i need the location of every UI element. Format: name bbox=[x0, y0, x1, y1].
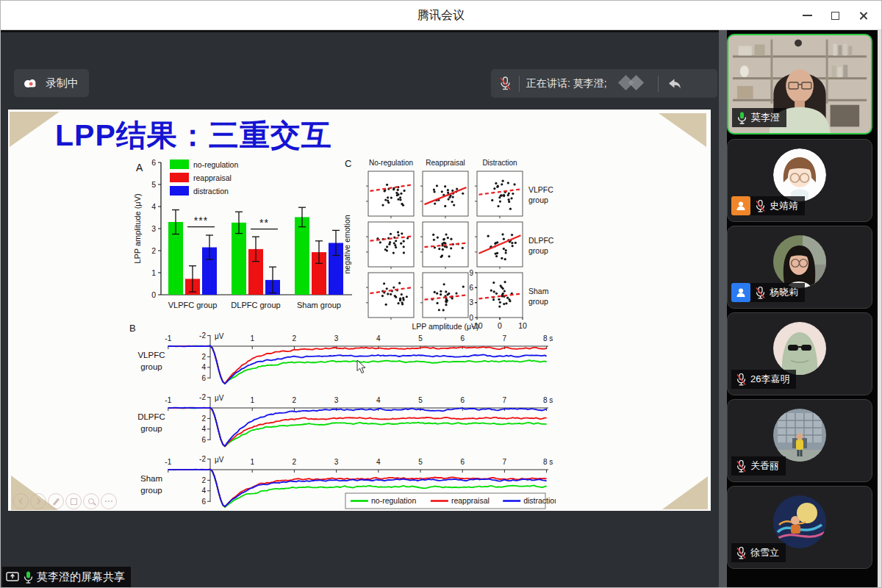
svg-text:VLPFC group: VLPFC group bbox=[168, 301, 218, 309]
slide-thumbnails-button[interactable] bbox=[65, 493, 82, 509]
next-slide-button[interactable] bbox=[30, 493, 46, 509]
participants-sidebar: 莫李澄 bbox=[727, 30, 882, 588]
scatter-grid-panel-c: CNo-regulationReappraisalDistractionnega… bbox=[343, 157, 561, 331]
svg-text:3: 3 bbox=[151, 224, 156, 233]
slide-title: LPP结果：三重交互 bbox=[55, 115, 332, 156]
screen-share-area: 录制中 正在讲话: 莫李澄; bbox=[1, 30, 719, 588]
recording-label: 录制中 bbox=[46, 76, 79, 90]
participant-tile[interactable]: 莫李澄 bbox=[727, 34, 872, 135]
pen-icon bbox=[53, 498, 60, 505]
participant-tile[interactable]: 杨晓莉 bbox=[727, 226, 872, 309]
magnifier-icon bbox=[88, 498, 94, 504]
svg-text:μV: μV bbox=[215, 332, 224, 340]
participant-name: 史靖靖 bbox=[770, 199, 798, 212]
svg-text:6: 6 bbox=[460, 334, 465, 343]
recording-indicator[interactable]: 录制中 bbox=[14, 69, 89, 97]
mouse-cursor bbox=[356, 359, 367, 374]
participant-tile[interactable]: 关香丽 bbox=[727, 399, 872, 482]
svg-text:5: 5 bbox=[418, 396, 423, 404]
svg-text:Sham group: Sham group bbox=[297, 301, 341, 309]
participant-tile[interactable]: 徐雪立 bbox=[727, 486, 872, 569]
svg-text:group: group bbox=[528, 196, 548, 204]
svg-text:-1: -1 bbox=[165, 396, 171, 404]
participant-nameplate: 史靖靖 bbox=[731, 196, 805, 215]
svg-text:-1: -1 bbox=[165, 458, 171, 466]
participant-tile[interactable]: 26李嘉明 bbox=[727, 312, 872, 395]
tencent-meeting-window: 腾讯会议 录制中 bbox=[0, 0, 882, 588]
minimize-button[interactable] bbox=[793, 1, 821, 30]
svg-text:4: 4 bbox=[201, 487, 206, 495]
muted-mic-icon bbox=[498, 76, 512, 91]
cohost-badge-icon bbox=[731, 283, 750, 302]
next-icon bbox=[34, 498, 40, 504]
participant-name: 莫李澄 bbox=[751, 111, 780, 124]
participant-nameplate: 莫李澄 bbox=[732, 108, 786, 127]
more-options-button[interactable] bbox=[101, 493, 117, 509]
svg-text:9: 9 bbox=[469, 269, 473, 277]
muted-mic-icon bbox=[736, 546, 747, 560]
previous-slide-button[interactable] bbox=[12, 493, 29, 509]
svg-text:VLPFC: VLPFC bbox=[528, 185, 553, 194]
svg-text:4: 4 bbox=[201, 425, 206, 433]
svg-text:-1: -1 bbox=[165, 334, 171, 343]
avatar bbox=[773, 495, 826, 548]
slide-corner-decoration bbox=[662, 476, 708, 509]
svg-text:6: 6 bbox=[201, 436, 206, 444]
reply-arrow-icon[interactable] bbox=[665, 76, 681, 91]
svg-text:μV: μV bbox=[215, 456, 224, 464]
svg-text:6: 6 bbox=[469, 284, 473, 292]
svg-text:8 s: 8 s bbox=[543, 334, 553, 343]
svg-text:6: 6 bbox=[460, 458, 465, 466]
participant-name: 徐雪立 bbox=[750, 546, 779, 559]
share-banner-label: 莫李澄的屏幕共享 bbox=[37, 570, 125, 584]
thumbnails-icon bbox=[71, 498, 77, 505]
bar-chart-panel-a: A0123456LPP amplitude (μV)VLPFC groupDLP… bbox=[132, 157, 354, 315]
presentation-slide: LPP结果：三重交互 A0123456LPP amplitude (μV)VLP… bbox=[8, 110, 711, 511]
svg-text:8 s: 8 s bbox=[543, 396, 553, 404]
sidebar-scrollbar[interactable] bbox=[878, 30, 882, 588]
pen-tool-button[interactable] bbox=[48, 493, 64, 509]
svg-text:2: 2 bbox=[151, 246, 156, 255]
muted-mic-icon bbox=[736, 459, 747, 473]
svg-text:5: 5 bbox=[151, 180, 156, 189]
svg-text:1: 1 bbox=[250, 396, 254, 404]
zoom-slide-button[interactable] bbox=[83, 493, 99, 509]
svg-text:6: 6 bbox=[460, 396, 465, 404]
svg-text:group: group bbox=[140, 362, 162, 371]
svg-text:2: 2 bbox=[293, 396, 297, 404]
svg-text:1: 1 bbox=[250, 458, 254, 466]
close-button[interactable] bbox=[849, 1, 877, 30]
svg-text:Distraction: Distraction bbox=[482, 159, 517, 167]
screen-share-icon bbox=[5, 570, 20, 584]
minimize-icon bbox=[803, 15, 812, 16]
svg-text:5: 5 bbox=[418, 334, 423, 343]
svg-text:3: 3 bbox=[469, 298, 473, 306]
svg-text:-2: -2 bbox=[199, 393, 206, 401]
participant-nameplate: 关香丽 bbox=[731, 456, 786, 476]
svg-text:4: 4 bbox=[376, 334, 381, 343]
maximize-button[interactable] bbox=[821, 1, 849, 30]
svg-text:μV: μV bbox=[215, 394, 224, 402]
participant-name: 26李嘉明 bbox=[750, 373, 789, 386]
svg-text:5: 5 bbox=[418, 458, 423, 466]
svg-text:A: A bbox=[136, 162, 143, 173]
participant-name: 关香丽 bbox=[750, 459, 779, 473]
svg-text:8 s: 8 s bbox=[543, 458, 553, 466]
panel-divider bbox=[719, 30, 727, 588]
svg-text:negative emotion: negative emotion bbox=[343, 215, 351, 273]
participant-tile[interactable]: 史靖靖 bbox=[727, 139, 872, 222]
svg-text:-2: -2 bbox=[199, 331, 206, 340]
svg-text:DLPFC: DLPFC bbox=[528, 236, 554, 245]
svg-text:distraction: distraction bbox=[193, 187, 229, 196]
svg-text:7: 7 bbox=[503, 396, 507, 404]
svg-text:No-regulation: No-regulation bbox=[369, 159, 413, 167]
svg-text:DLPFC: DLPFC bbox=[137, 412, 165, 421]
svg-text:group: group bbox=[140, 486, 162, 495]
participant-nameplate: 杨晓莉 bbox=[731, 283, 805, 302]
svg-text:2: 2 bbox=[293, 334, 297, 343]
ellipsis-icon bbox=[108, 501, 110, 502]
slide-corner-decoration bbox=[659, 113, 706, 147]
close-icon bbox=[858, 11, 868, 21]
svg-text:**: ** bbox=[259, 217, 269, 229]
svg-text:6: 6 bbox=[201, 374, 206, 382]
